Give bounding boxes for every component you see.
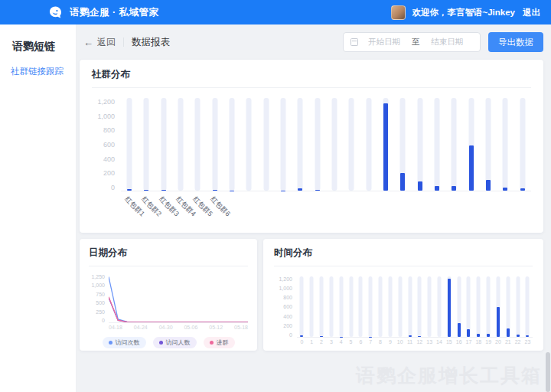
community-distribution-chart: 1,2001,0008006004002000 红包群1红包群2红包群3红包群4… — [92, 98, 531, 191]
bar-column — [445, 98, 462, 191]
bar-background-band — [452, 98, 457, 191]
community-chart-title: 社群分布 — [92, 68, 531, 88]
time-distribution-card: 时间分布 1,2001,0008006004002000 01234567891… — [263, 239, 543, 351]
x-tick-label: 10 — [397, 339, 403, 345]
bar-column — [258, 98, 275, 191]
x-tick-label: 13 — [426, 339, 432, 345]
breadcrumb-divider — [123, 38, 124, 47]
back-arrow-icon[interactable]: ← — [83, 38, 93, 47]
bar-column — [394, 98, 411, 191]
y-axis: 1,2001,0008006004002000 — [92, 98, 121, 191]
bar-background-band — [408, 276, 412, 337]
legend-item-进群[interactable]: 进群 — [204, 337, 235, 348]
y-tick-label: 400 — [283, 314, 292, 319]
x-tick-label: 红包群6 — [208, 194, 233, 219]
bar-background-band — [487, 276, 491, 337]
bar — [298, 188, 302, 191]
calendar-icon — [350, 38, 358, 46]
bar-column — [240, 98, 257, 191]
y-tick-label: 0 — [289, 332, 292, 338]
bar-column — [292, 98, 308, 191]
bar-column: 5 — [346, 276, 356, 337]
bar-background-band — [281, 98, 286, 191]
bar-background-band — [212, 98, 217, 191]
bar-column: 7 — [366, 276, 376, 337]
bar-column — [326, 98, 343, 191]
y-tick-label: 750 — [96, 292, 105, 297]
y-tick-label: 600 — [103, 141, 115, 149]
bar-background-band — [320, 276, 324, 337]
plot-area — [109, 274, 248, 323]
y-tick-label: 200 — [283, 323, 292, 328]
bar-background-band — [428, 276, 432, 337]
line-series-访问次数 — [109, 277, 248, 322]
y-tick-label: 1,000 — [279, 286, 292, 291]
x-tick-label: 3 — [330, 339, 333, 345]
scrollbar-thumb[interactable] — [546, 352, 550, 392]
date-range-picker[interactable]: 开始日期 至 结束日期 — [343, 32, 481, 52]
export-data-button[interactable]: 导出数据 — [488, 32, 543, 52]
bar-column: 红包群5 — [189, 98, 206, 191]
bar — [409, 335, 412, 337]
bar-column: 16 — [454, 276, 464, 337]
end-date-input[interactable]: 结束日期 — [421, 37, 473, 47]
user-avatar[interactable] — [391, 5, 406, 20]
legend-item-访问人数[interactable]: 访问人数 — [153, 337, 197, 348]
bar-background-band — [520, 98, 525, 191]
x-tick-label: 17 — [466, 339, 472, 345]
page-title: 数据报表 — [132, 36, 170, 49]
y-tick-label: 250 — [96, 309, 105, 315]
sidebar-item-community-link-tracking[interactable]: 社群链接跟踪 — [0, 66, 76, 77]
bar-background-band — [246, 98, 252, 191]
y-tick-label: 500 — [96, 300, 105, 305]
bar-column: 红包群3 — [155, 98, 172, 191]
bar-background-band — [418, 276, 422, 337]
bar — [320, 336, 323, 337]
bar-column — [343, 98, 360, 191]
back-button[interactable]: 返回 — [97, 36, 116, 49]
y-axis: 1,2501,0007505002500 — [89, 274, 109, 323]
bar-background-band — [477, 276, 481, 337]
x-tick-label: 19 — [485, 339, 491, 345]
x-axis-labels: 04-1804-2404-3005-0605-1205-18 — [109, 325, 248, 330]
legend-label: 访问次数 — [116, 338, 140, 347]
bar — [418, 336, 421, 337]
bar-background-band — [230, 98, 235, 191]
bar — [517, 335, 520, 337]
bar-column: 20 — [494, 276, 504, 337]
bar — [452, 186, 456, 191]
bar — [503, 188, 507, 191]
bar — [448, 279, 451, 337]
logout-link[interactable]: 退出 — [523, 7, 540, 18]
x-tick-label: 5 — [350, 339, 353, 345]
bar — [435, 186, 439, 191]
bar-background-band — [349, 276, 353, 337]
y-tick-label: 1,200 — [279, 276, 292, 282]
bar-column — [377, 98, 394, 191]
chart-legend: 访问次数访问人数进群 — [89, 337, 248, 348]
x-tick-label: 05-12 — [209, 325, 223, 330]
bar — [383, 103, 388, 191]
bar-column: 3 — [326, 276, 336, 337]
bar-background-band — [329, 276, 333, 337]
x-tick-label: 8 — [379, 339, 382, 345]
y-tick-label: 200 — [103, 169, 115, 177]
start-date-input[interactable]: 开始日期 — [358, 37, 410, 47]
bar — [127, 189, 132, 191]
x-tick-label: 9 — [389, 339, 392, 345]
bar-column — [223, 98, 240, 191]
y-tick-label: 1,000 — [97, 113, 115, 120]
y-tick-label: 0 — [111, 184, 115, 191]
date-range-separator: 至 — [410, 37, 422, 47]
bar — [161, 190, 166, 191]
legend-label: 访问人数 — [166, 338, 191, 347]
x-tick-label: 16 — [456, 339, 462, 345]
bar-background-band — [310, 276, 314, 337]
bar-background-band — [366, 98, 371, 191]
bar-column: 0 — [297, 276, 307, 337]
legend-dot-icon — [109, 341, 112, 345]
x-tick-label: 20 — [495, 339, 501, 345]
legend-item-访问次数[interactable]: 访问次数 — [103, 337, 146, 348]
line-chart-svg — [109, 274, 248, 322]
bar-background-band — [144, 98, 149, 191]
